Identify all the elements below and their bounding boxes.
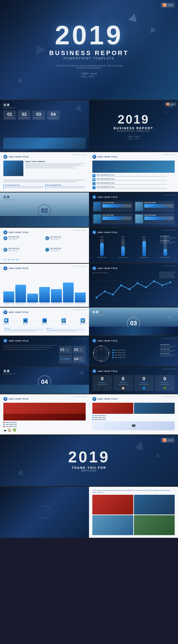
mini-logo-text: LOGO [170,104,174,105]
num-big-2: 0 [122,376,124,381]
section-num-circle: 02 [38,204,51,217]
icon-item-3: 🏠 ADD YOUR TITLE [3,248,44,258]
project-item-4: 🔧 ADD YOUR PROJECT TITLE [92,186,175,189]
row-2: 目录 CONTENTS 01 ADD YOUR TITLE 02 ADD YOU… [0,100,178,152]
about-item-2: ADD YOUR PROJECT TITLE [45,184,86,189]
slide-numcards: 🏷️ ADD YOUR TITLE COMPANY NAME 0 ADD 1 T… [89,366,178,394]
step-1: 💬 ADD TITLE [3,318,9,324]
num-card-1: 0 ADD 1 TITLE ADD YOUR TITLE ☁ [92,375,112,391]
content-num-1: 01 [7,112,12,117]
num-sub1-4: ADD 4 TITLE [161,382,168,383]
cover-year: 2019 [55,22,123,48]
step-icon-5: ⭐ [80,318,85,323]
icon-3: 🏠 [3,248,7,252]
thermo-3: 85% ADD YOUR TITLE [135,236,153,258]
bridge-l-photo [3,403,86,420]
profile-name-1: ADD YOUR NAME [102,202,132,203]
thermo-label-4: ADD YOUR TITLE [161,257,170,258]
slide-cover: LOGO 2019 BUSINESS REPORT POWERPOINT TEM… [0,0,178,100]
num-sub1-2: ADD 2 TITLE [120,382,126,383]
profile-card-1: ADD YOUR NAME [92,201,133,212]
globe-bullet-1 [112,350,114,351]
numcards-company: COMPANY NAME [162,368,176,370]
bridge-l-icons: ☁ 🏠 🌿 [3,428,86,432]
bridge-l-bullet-2 [3,424,5,425]
about-heading: ABOUT OUR COMPANY [25,160,86,162]
row-5: 🏷️ ADD YOUR TITLE COMPANY NAME 📢 ADD YOU… [0,228,178,263]
laptop-image: 💻 [92,421,175,430]
bridge-r-photo-2 [134,403,175,414]
bridge-l-company: COMPANY NAME [73,396,87,398]
bridge-l-text-2: ADD YOUR TITLE [6,424,17,425]
step-5: ⭐ ADD TITLE [80,318,86,324]
logo-icon [163,3,166,7]
bar-rect-2 [15,285,26,302]
icons-icon: 🏷️ [3,230,7,234]
row-final: Just for today, I will be looking at bus… [0,487,178,538]
num-icon-1: ☁ [101,386,104,390]
bridge-r-bullet-3 [92,419,94,420]
row-8: 🏷️ ADD YOUR TITLE COMPANY NAME 01 ADD YO… [0,336,178,366]
contents-4-sublabel: CONTENTS [3,373,86,375]
icon-text-4: ADD YOUR TITLE [50,248,61,252]
slide-project-list: 🏷️ ADD YOUR TITLE COMPANY NAME ✉ ADD YOU… [89,152,178,192]
bar-2: ADD YOUR TITLE [15,285,26,304]
svg-point-12 [161,284,163,286]
numcards-icon: 🏷️ [92,369,96,373]
globe-bullet-3 [112,354,114,356]
icons-title: ADD YOUR TITLE [9,231,29,234]
icon-2: 🐴 [45,236,49,240]
bar-6: ADD YOUR TITLE [63,282,74,304]
num-icon-2: 🏠 [122,386,125,390]
bridge-r-company: COMPANY NAME [162,396,176,398]
step-3: 🖼 ADD TITLE [42,318,47,324]
kw-text-4: ADD YOUR TITLE [79,357,84,361]
icon-4: 🌿 [45,248,49,252]
bridge-r-icon: 🏷️ [92,397,96,401]
slide-contents-3: 目录 CONTENTS 03 ADD YOUR TITLE [89,308,178,336]
mini-subtitle: POWERPOINT TEMPLATE [117,130,150,132]
contents-label: 目录 [3,103,86,107]
num-sub2-2: ADD YOUR TITLE [119,384,128,385]
project-item-text-1: ADD YOUR PROJECT TITLE [97,174,175,177]
kw-num-1: 01 [60,348,65,352]
num-sub2-1: ADD YOUR TITLE [98,384,107,385]
project-item-icon-4: 🔧 [92,186,96,189]
content-label-4: ADD YOUR TITLE [49,117,58,119]
logo-badge: LOGO [161,3,175,8]
bars-company: COMPANY NAME [73,266,87,267]
kw-icon: 🏷️ [3,339,7,343]
kw-item-3: KEY WORDS [59,355,72,363]
content-item-1: 01 ADD YOUR TITLE [3,110,16,120]
bar-lbl-6: ADD YOUR TITLE [64,303,73,304]
cover-title: BUSINESS REPORT [49,50,129,56]
bridge-l-header: 🏷️ ADD YOUR TITLE COMPANY NAME [3,397,86,401]
progress-1d [102,207,132,208]
icon-1: 📢 [3,236,7,240]
line-company: COMPANY NAME [162,266,176,267]
thankyou-year: 2019 [68,449,110,465]
final-photo-4 [134,515,175,535]
content-num-2: 02 [22,112,27,117]
bar-lbl-4: ADD YOUR TITLE [40,303,49,304]
thermo-company: COMPANY NAME [162,230,176,231]
num-big-3: 0 [143,376,145,381]
mini-meta: 汇报时间：2019年 汇报人：XXXX [127,136,140,140]
num-cards-grid: 0 ADD 1 TITLE ADD YOUR TITLE ☁ 0 ADD 2 T… [92,375,175,391]
bridge-r-photos [92,403,175,414]
thankyou-sub: WATCHING [81,470,97,472]
contents-photo [3,138,86,149]
icons-header: 🏷️ ADD YOUR TITLE COMPANY NAME [3,230,86,234]
thermo-bar-2 [121,238,125,256]
slide-final-left [0,487,89,538]
contents-items: 01 ADD YOUR TITLE 02 ADD YOUR TITLE 03 A… [3,110,86,120]
row-9: 目录 CONTENTS 04 ADD YOUR TITLE 🏷️ ADD YOU… [0,366,178,394]
kw-grid: 01 ADD YOUR TITLE 02 ADD YOUR TITLE KEY … [59,346,86,363]
globe-bullet-2 [112,352,114,353]
row-10: 🏷️ ADD YOUR TITLE COMPANY NAME ADD YOUR … [0,394,178,434]
content-label-3: ADD YOUR TITLE [34,117,43,119]
thermo-bar-3 [142,238,146,256]
bridge-r-header: 🏷️ ADD YOUR TITLE COMPANY NAME [92,397,175,401]
profile-avatar-2 [135,202,143,211]
step-2: ▶ ADD TITLE [23,318,28,324]
